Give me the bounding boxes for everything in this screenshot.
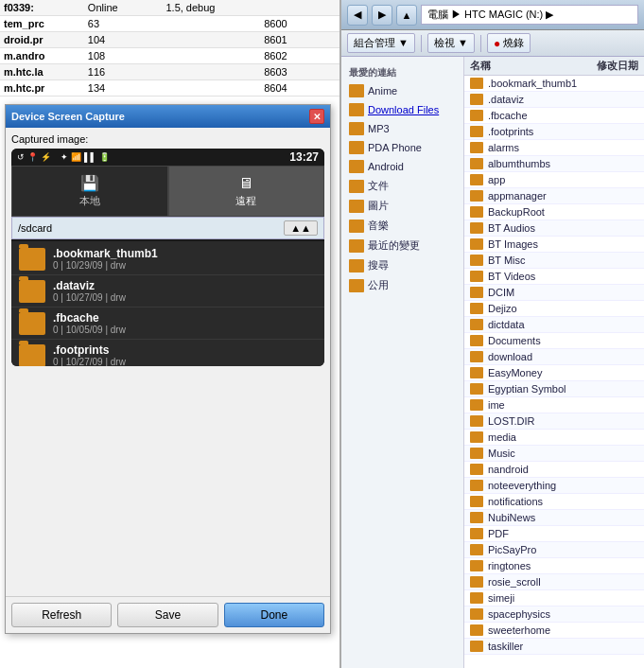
- list-item[interactable]: alarms: [464, 140, 644, 156]
- refresh-icon: ↺: [17, 152, 25, 162]
- list-item[interactable]: taskiller: [464, 639, 644, 655]
- table-row[interactable]: m.andro1088602: [0, 48, 339, 64]
- list-item[interactable]: albumthumbs: [464, 156, 644, 172]
- list-item[interactable]: NubiNews: [464, 510, 644, 526]
- sdcard-up-button[interactable]: ▲▲: [284, 220, 318, 236]
- file-name: NubiNews: [488, 512, 638, 523]
- list-item[interactable]: Egyptian Symbol: [464, 381, 644, 397]
- burn-button[interactable]: ● 燒錄: [487, 33, 531, 53]
- folder-icon: [470, 110, 483, 121]
- file-meta: 0 | 10/05/09 | drw: [53, 325, 126, 335]
- forward-button[interactable]: ▶: [372, 5, 392, 26]
- list-item[interactable]: sweeterhome: [464, 623, 644, 639]
- list-item[interactable]: rosie_scroll: [464, 574, 644, 590]
- nav-item[interactable]: Download Files: [341, 100, 463, 119]
- list-item[interactable]: Music: [464, 446, 644, 462]
- folder-icon: [19, 344, 45, 367]
- nav-item[interactable]: Android: [341, 157, 463, 176]
- list-item[interactable]: BT Images: [464, 237, 644, 253]
- nav-item-label: Android: [368, 161, 404, 172]
- burn-label: 燒錄: [503, 36, 524, 50]
- up-button[interactable]: ▲: [396, 5, 417, 26]
- nav-item[interactable]: 公用: [341, 275, 463, 295]
- list-item[interactable]: .dataviz0 | 10/27/09 | drw: [11, 275, 324, 308]
- explorer-body: 最愛的連結 AnimeDownload FilesMP3PDA PhoneAnd…: [341, 57, 644, 668]
- folder-icon: [349, 259, 364, 272]
- list-item[interactable]: ime: [464, 397, 644, 413]
- organize-button[interactable]: 組合管理 ▼: [347, 33, 415, 53]
- refresh-button[interactable]: Refresh: [11, 603, 112, 627]
- list-item[interactable]: PDF: [464, 526, 644, 542]
- list-item[interactable]: .footprints0 | 10/27/09 | drw: [11, 340, 324, 366]
- folder-icon: [470, 399, 483, 411]
- table-row[interactable]: m.htc.la1168603: [0, 64, 339, 80]
- back-button[interactable]: ◀: [347, 5, 368, 26]
- views-button[interactable]: 檢視 ▼: [427, 33, 475, 53]
- folder-icon: [349, 180, 364, 193]
- list-item[interactable]: simeji: [464, 590, 644, 606]
- list-item[interactable]: LOST.DIR: [464, 413, 644, 430]
- captured-image-label: Captured image:: [11, 133, 324, 145]
- list-item[interactable]: .footprints: [464, 124, 644, 140]
- bluetooth-icon: ✦: [61, 152, 68, 162]
- folder-icon: [470, 255, 483, 266]
- list-item[interactable]: .bookmark_thumb1: [464, 76, 644, 92]
- nav-item[interactable]: 最近的變更: [341, 236, 463, 255]
- file-name: EasyMoney: [488, 367, 638, 378]
- list-item[interactable]: ringtones: [464, 558, 644, 574]
- nav-item[interactable]: MP3: [341, 119, 463, 138]
- capture-window: Device Screen Capture ✕ Captured image: …: [5, 104, 331, 634]
- table-row[interactable]: f0339:Online1.5, debug: [0, 0, 339, 16]
- nav-item[interactable]: Anime: [341, 81, 463, 100]
- breadcrumb[interactable]: 電腦 ▶ HTC MAGIC (N:) ▶: [421, 5, 638, 25]
- list-item[interactable]: appmanager: [464, 188, 644, 204]
- table-row[interactable]: droid.pr1048601: [0, 32, 339, 48]
- list-item[interactable]: BT Misc: [464, 253, 644, 269]
- close-button[interactable]: ✕: [309, 109, 324, 124]
- nav-item[interactable]: 音樂: [341, 216, 463, 236]
- save-button[interactable]: Save: [117, 603, 218, 627]
- nav-item[interactable]: PDA Phone: [341, 138, 463, 157]
- file-name: notifications: [488, 496, 638, 507]
- list-item[interactable]: .dataviz: [464, 92, 644, 108]
- folder-icon: [470, 126, 483, 137]
- list-item[interactable]: noteeverything: [464, 478, 644, 494]
- list-item[interactable]: Dejizo: [464, 301, 644, 317]
- table-row[interactable]: tem_prc638600: [0, 16, 339, 32]
- list-item[interactable]: BT Videos: [464, 269, 644, 285]
- list-item[interactable]: dictdata: [464, 317, 644, 333]
- nav-item[interactable]: 圖片: [341, 196, 463, 216]
- list-item[interactable]: .bookmark_thumb10 | 10/29/09 | drw: [11, 243, 324, 275]
- done-button[interactable]: Done: [224, 603, 324, 627]
- remote-tab[interactable]: 🖥 遠程: [168, 166, 325, 217]
- folder-icon: [470, 448, 483, 459]
- table-row[interactable]: m.htc.pr1348604: [0, 80, 339, 97]
- list-item[interactable]: PicSayPro: [464, 542, 644, 558]
- folder-icon: [349, 141, 364, 154]
- battery-icon: 🔋: [99, 152, 110, 162]
- folder-icon: [470, 78, 483, 89]
- views-label: 檢視 ▼: [434, 36, 468, 50]
- list-item[interactable]: spacephysics: [464, 606, 644, 623]
- signal-icon: ▌▌: [84, 152, 96, 162]
- nav-item-label: 圖片: [368, 199, 389, 213]
- list-item[interactable]: nandroid: [464, 462, 644, 478]
- list-item[interactable]: download: [464, 349, 644, 365]
- phone-time: 13:27: [289, 150, 319, 164]
- explorer-titlebar: ◀ ▶ ▲ 電腦 ▶ HTC MAGIC (N:) ▶: [341, 0, 644, 30]
- list-item[interactable]: notifications: [464, 494, 644, 510]
- explorer-panel: ◀ ▶ ▲ 電腦 ▶ HTC MAGIC (N:) ▶ 組合管理 ▼ 檢視 ▼ …: [340, 0, 644, 668]
- nav-item[interactable]: 搜尋: [341, 255, 463, 275]
- list-item[interactable]: app: [464, 172, 644, 188]
- list-item[interactable]: EasyMoney: [464, 365, 644, 381]
- list-item[interactable]: .fbcache: [464, 108, 644, 124]
- list-item[interactable]: DCIM: [464, 285, 644, 301]
- list-item[interactable]: .fbcache0 | 10/05/09 | drw: [11, 308, 324, 340]
- nav-item[interactable]: 文件: [341, 176, 463, 196]
- list-item[interactable]: Documents: [464, 333, 644, 349]
- local-tab[interactable]: 💾 本地: [11, 166, 168, 217]
- list-item[interactable]: media: [464, 430, 644, 446]
- folder-icon: [470, 271, 483, 282]
- list-item[interactable]: BT Audios: [464, 220, 644, 237]
- list-item[interactable]: BackupRoot: [464, 204, 644, 220]
